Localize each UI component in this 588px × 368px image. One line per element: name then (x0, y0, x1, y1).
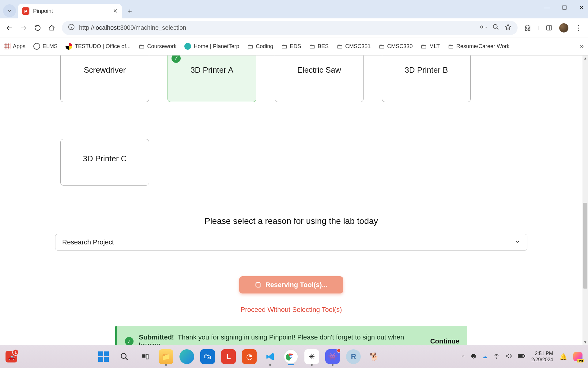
reason-select[interactable]: Research Project (55, 234, 527, 251)
rstudio-icon[interactable]: R (346, 349, 361, 364)
svg-point-20 (290, 356, 292, 358)
close-tab-icon[interactable]: ✕ (113, 8, 118, 14)
bookmark-elms[interactable]: ELMS (33, 43, 58, 50)
reload-icon[interactable] (34, 24, 42, 32)
planetterp-icon (184, 43, 191, 50)
bookmark-cmsc351[interactable]: 🗀CMSC351 (337, 43, 371, 50)
folder-icon: 🗀 (281, 43, 287, 50)
bookmark-cmsc330[interactable]: 🗀CMSC330 (379, 43, 413, 50)
new-tab-button[interactable]: ＋ (124, 5, 136, 17)
address-bar[interactable]: http://localhost:3000/machine_selection (62, 21, 518, 35)
browser-chrome: P Pinpoint ✕ ＋ — ☐ ✕ http://localhost:30… (0, 0, 588, 56)
bookmark-testudo[interactable]: TESTUDO | Office of... (66, 43, 130, 50)
proceed-without-tools-link[interactable]: Proceed Without Selecting Tool(s) (0, 306, 582, 314)
machine-label: Electric Saw (297, 65, 341, 75)
site-info-icon[interactable] (68, 24, 75, 32)
active-tab[interactable]: P Pinpoint ✕ (18, 4, 122, 18)
chrome-icon[interactable] (284, 349, 298, 364)
machine-card-3d-printer-c[interactable]: 3D Printer C (60, 139, 149, 186)
bookmark-eds[interactable]: 🗀EDS (281, 43, 301, 50)
clock[interactable]: 2:51 PM 2/29/2024 (531, 351, 553, 362)
folder-icon: 🗀 (337, 43, 343, 50)
volume-icon[interactable] (506, 353, 512, 360)
svg-rect-16 (142, 354, 146, 358)
alert-title: Submitted! (139, 333, 174, 341)
machines-grid: Screwdriver ✓ 3D Printer A Electric Saw … (0, 56, 582, 186)
check-circle-icon: ✓ (125, 337, 134, 345)
profile-avatar[interactable] (559, 23, 568, 33)
reason-select-value: Research Project (62, 238, 114, 246)
kebab-menu-icon[interactable]: ⋮ (575, 24, 582, 32)
machine-card-screwdriver[interactable]: Screwdriver (60, 56, 149, 102)
extensions-icon[interactable] (524, 24, 532, 32)
reserve-button[interactable]: Reserving Tool(s)... (239, 276, 343, 293)
folder-icon: 🗀 (379, 43, 385, 50)
machine-card-3d-printer-a[interactable]: ✓ 3D Printer A (168, 56, 256, 102)
battery-icon[interactable] (518, 354, 525, 360)
machine-card-3d-printer-b[interactable]: 3D Printer B (382, 56, 471, 102)
machine-card-electric-saw[interactable]: Electric Saw (275, 56, 364, 102)
machine-label: 3D Printer B (405, 65, 448, 75)
alert-continue-button[interactable]: Continue (430, 337, 459, 345)
svg-rect-12 (547, 25, 552, 30)
notifications-bell-icon[interactable]: 🔔 (559, 353, 567, 361)
scroll-up-icon[interactable]: ▲ (582, 56, 588, 61)
back-icon[interactable] (6, 24, 13, 32)
pinpoint-favicon: P (22, 7, 29, 15)
bookmark-coding[interactable]: 🗀Coding (247, 43, 273, 50)
task-view-button[interactable] (138, 349, 153, 364)
ubuntu-icon[interactable]: ◔ (242, 349, 257, 364)
alert-body: Thank you for signing in using Pinpoint!… (139, 333, 404, 345)
edge-icon[interactable] (179, 349, 194, 364)
pet-app-icon[interactable]: 🐕 (367, 349, 382, 364)
minimize-icon[interactable]: — (544, 4, 550, 11)
tray-chevron-icon[interactable] (461, 354, 465, 359)
bookmark-resume[interactable]: 🗀Resume/Career Work (448, 43, 510, 50)
bookmark-apps[interactable]: Apps (4, 43, 25, 50)
honk-app-icon[interactable]: 🚗 1 (6, 351, 17, 362)
close-window-icon[interactable]: ✕ (579, 4, 584, 11)
password-key-icon[interactable] (480, 24, 487, 32)
home-icon[interactable] (48, 24, 56, 32)
bookmarks-overflow-icon[interactable]: » (580, 42, 584, 50)
discord-icon[interactable]: 👾 (325, 349, 340, 364)
language-icon[interactable]: 🅖 (471, 354, 476, 359)
svg-line-15 (126, 358, 128, 360)
page-viewport: Screwdriver ✓ 3D Printer A Electric Saw … (0, 56, 582, 345)
browser-toolbar: http://localhost:3000/machine_selection … (0, 18, 588, 37)
svg-marker-11 (505, 24, 511, 29)
globe-icon (33, 43, 40, 50)
scrollbar-thumb[interactable] (583, 203, 587, 289)
start-button[interactable] (96, 349, 111, 364)
search-button[interactable] (117, 349, 132, 364)
bookmark-planetterp[interactable]: Home | PlanetTerp (184, 43, 239, 50)
svg-point-21 (496, 358, 497, 358)
file-explorer-icon[interactable]: 📁 (159, 349, 173, 364)
zoom-icon[interactable] (492, 24, 499, 32)
notification-badge: 1 (12, 349, 19, 356)
bookmark-star-icon[interactable] (505, 24, 511, 32)
slack-icon[interactable]: ✳ (304, 349, 319, 364)
vertical-scrollbar[interactable]: ▲ ▼ (582, 56, 588, 345)
vscode-icon[interactable] (263, 349, 277, 364)
search-tabs-button[interactable] (3, 4, 16, 17)
svg-marker-22 (507, 354, 509, 358)
letter-l-app-icon[interactable]: L (221, 349, 236, 364)
bookmark-bes[interactable]: 🗀BES (309, 43, 329, 50)
forward-icon[interactable] (20, 24, 28, 32)
success-alert: ✓ Submitted! Thank you for signing in us… (115, 326, 467, 345)
bookmark-mlt[interactable]: 🗀MLT (420, 43, 440, 50)
maximize-icon[interactable]: ☐ (562, 4, 567, 11)
omnibox-actions (480, 24, 511, 32)
tab-title: Pinpoint (33, 8, 109, 14)
bookmarks-bar: Apps ELMS TESTUDO | Office of... 🗀Course… (0, 37, 588, 56)
copilot-icon[interactable] (573, 352, 582, 361)
bookmark-coursework[interactable]: 🗀Coursework (138, 43, 176, 50)
microsoft-store-icon[interactable]: 🛍 (200, 349, 215, 364)
wifi-icon[interactable] (493, 353, 499, 360)
svg-point-5 (480, 26, 483, 28)
side-panel-icon[interactable] (545, 24, 553, 32)
onedrive-icon[interactable]: ☁ (482, 354, 487, 359)
window-controls: — ☐ ✕ (544, 4, 584, 11)
scroll-down-icon[interactable]: ▼ (582, 339, 588, 345)
